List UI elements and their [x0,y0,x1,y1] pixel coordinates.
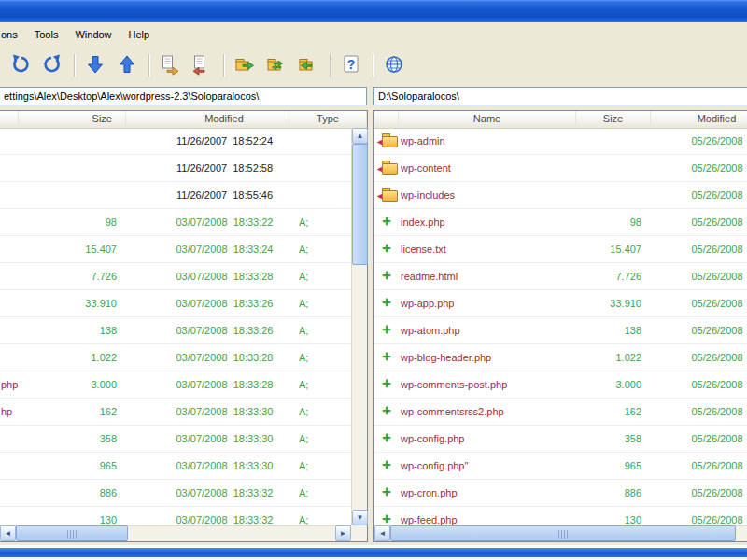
table-row[interactable]: php3.00003/07/2008 18:33:28A; [0,371,351,399]
vertical-scroll-thumb[interactable] [352,144,368,265]
table-row[interactable]: wp-config.php"96505/26/2008 [374,453,747,480]
file-modified: 03/07/2008 18:33:26 [126,325,289,336]
copy-folder-right-button[interactable] [230,50,260,80]
file-name: wp-admin [399,135,576,147]
file-modified: 03/07/2008 18:33:32 [126,487,289,498]
redo-button[interactable] [37,50,67,80]
table-row[interactable]: wp-cron.php88605/26/2008 [374,480,747,507]
table-row[interactable]: 13003/07/2008 18:33:32A; [0,507,351,525]
help-button[interactable]: ? [336,50,366,80]
table-row[interactable]: wp-commentsrss2.php16205/26/2008 [374,399,747,426]
menu-item-help[interactable]: Help [120,26,159,43]
copy-page-right-button[interactable] [155,50,185,80]
table-row[interactable]: 11/26/2007 18:55:46 [0,182,351,209]
table-row[interactable]: ◄wp-admin05/26/2008 [374,128,747,155]
file-type: A; [289,514,351,525]
arrow-up-button[interactable] [112,50,142,80]
right-file-list: ◄wp-admin05/26/2008◄wp-content05/26/2008… [374,128,747,525]
menu-item-tools[interactable]: Tools [26,26,67,43]
table-row[interactable]: 11/26/2007 18:52:24 [0,128,351,155]
table-row[interactable]: ◄wp-includes05/26/2008 [374,182,747,209]
right-path-field[interactable]: D:\Soloparalocos\ [374,87,747,105]
left-folder-pane: Size Modified Type 11/26/2007 18:52:2411… [0,110,368,542]
orphan-folder-icon: ◄ [374,182,399,208]
left-horizontal-scrollbar[interactable]: ◄ ► [0,525,351,541]
arrow-down-icon [84,53,106,77]
file-size: 1.022 [19,352,126,363]
web-button[interactable] [379,50,409,80]
file-name: wp-comments-post.php [399,379,576,390]
left-path-field[interactable]: ettings\Alex\Desktop\Alex\wordpress-2.3\… [0,87,367,105]
right-header-modified[interactable]: Modified [651,111,747,128]
file-size: 138 [576,325,651,336]
file-name: readme.html [399,271,576,282]
file-modified: 11/26/2007 18:52:58 [126,162,289,174]
table-row[interactable]: 11/26/2007 18:52:58 [0,155,351,182]
left-header-size[interactable]: Size [19,111,126,128]
web-icon [383,53,405,77]
toolbar-separator [330,54,331,77]
file-name: wp-includes [399,189,576,201]
orphan-plus-icon [374,344,399,371]
scroll-down-button[interactable]: ▼ [352,510,368,525]
file-modified: 05/26/2008 [651,271,747,282]
right-column-header: Name Size Modified [374,111,747,129]
file-type: A; [289,271,351,282]
right-header-icon [374,111,399,128]
table-row[interactable]: wp-app.php33.91005/26/2008 [374,290,747,317]
table-row[interactable]: wp-blog-header.php1.02205/26/2008 [374,344,747,371]
left-vertical-scrollbar[interactable]: ▲ ▼ [351,128,367,525]
horizontal-scroll-thumb[interactable] [390,525,736,541]
right-header-size[interactable]: Size [576,111,651,128]
menu-item-window[interactable]: Window [66,26,120,43]
file-size: 33.910 [576,298,651,309]
table-row[interactable]: wp-atom.php13805/26/2008 [374,317,747,344]
scroll-right-button[interactable]: ► [335,525,351,541]
file-modified: 03/07/2008 18:33:28 [126,352,289,363]
table-row[interactable]: 7.72603/07/2008 18:33:28A; [0,263,351,290]
file-modified: 05/26/2008 [651,135,747,147]
table-row[interactable]: readme.html7.72605/26/2008 [374,263,747,290]
copy-page-left-button[interactable] [187,50,217,80]
table-row[interactable]: 35803/07/2008 18:33:30A; [0,426,351,453]
arrow-down-button[interactable] [80,50,110,80]
table-row[interactable]: 13803/07/2008 18:33:26A; [0,317,351,344]
orphan-folder-icon: ◄ [374,128,399,154]
scroll-left-button[interactable]: ◄ [0,525,16,541]
file-size: 98 [576,217,651,228]
right-horizontal-scrollbar[interactable]: ◄ ► [374,525,747,541]
file-type: A; [289,217,351,228]
table-row[interactable]: wp-comments-post.php3.00005/26/2008 [374,371,747,399]
table-row[interactable]: wp-config.php35805/26/2008 [374,426,747,453]
left-header-type[interactable]: Type [289,111,367,128]
menu-item-sessions-partial[interactable]: ons [0,26,26,43]
copy-folder-left-button[interactable] [293,50,323,80]
sync-folders-button[interactable] [261,50,291,80]
file-name: wp-cron.php [399,487,576,498]
table-row[interactable]: 88603/07/2008 18:33:32A; [0,480,351,507]
table-row[interactable]: 15.40703/07/2008 18:33:24A; [0,236,351,263]
file-modified: 05/26/2008 [651,514,747,525]
right-header-name[interactable]: Name [399,111,576,128]
table-row[interactable]: ◄wp-content05/26/2008 [374,155,747,182]
table-row[interactable]: hp16203/07/2008 18:33:30A; [0,399,351,426]
file-name: wp-blog-header.php [399,352,576,363]
left-header-modified[interactable]: Modified [126,111,289,128]
orphan-plus-icon [374,371,399,398]
horizontal-scroll-thumb[interactable] [16,525,128,541]
table-row[interactable]: index.php9805/26/2008 [374,209,747,236]
file-modified: 05/26/2008 [651,460,747,471]
table-row[interactable]: license.txt15.40705/26/2008 [374,236,747,263]
copy-folder-left-icon [297,53,319,77]
orphan-marker: ◄ [375,137,384,147]
undo-button[interactable] [6,50,35,80]
table-row[interactable]: 96503/07/2008 18:33:30A; [0,453,351,480]
table-row[interactable]: 33.91003/07/2008 18:33:26A; [0,290,351,317]
table-row[interactable]: wp-feed.php13005/26/2008 [374,507,747,525]
file-size: 7.726 [576,271,651,282]
table-row[interactable]: 1.02203/07/2008 18:33:28A; [0,344,351,371]
scroll-up-button[interactable]: ▲ [352,128,368,144]
table-row[interactable]: 9803/07/2008 18:33:22A; [0,209,351,236]
scroll-left-button[interactable]: ◄ [374,525,390,541]
left-header-name[interactable] [0,111,19,128]
